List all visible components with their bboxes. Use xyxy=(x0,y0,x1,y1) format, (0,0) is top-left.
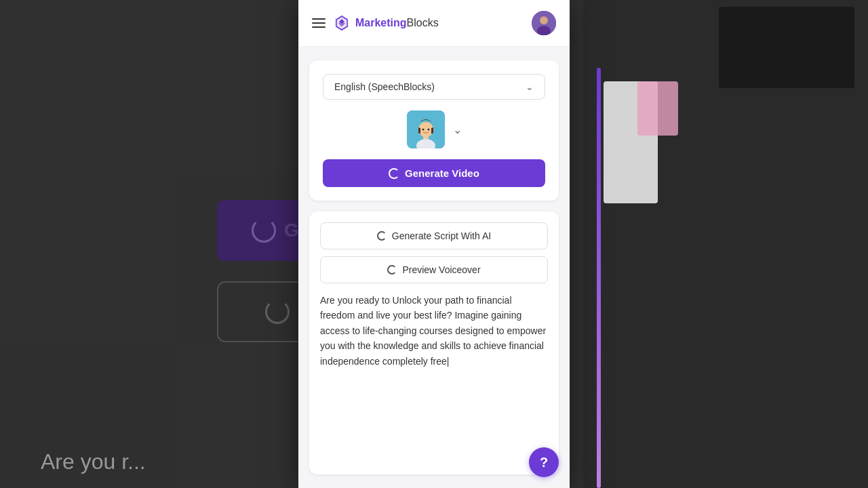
center-panel: MarketingBlocks English (SpeechBlocks) xyxy=(298,0,570,488)
language-select[interactable]: English (SpeechBlocks) ⌄ xyxy=(323,74,545,100)
header-left: MarketingBlocks xyxy=(312,14,439,33)
hamburger-icon[interactable] xyxy=(312,18,326,28)
bg-right xyxy=(583,0,868,488)
header: MarketingBlocks xyxy=(298,0,570,47)
avatar-img xyxy=(407,110,445,148)
language-select-text: English (SpeechBlocks) xyxy=(334,81,435,92)
svg-point-9 xyxy=(427,129,429,131)
logo-text: MarketingBlocks xyxy=(355,17,439,29)
script-text: Are you ready to Unlock your path to fin… xyxy=(320,290,548,371)
bg-right-pink xyxy=(637,81,678,136)
avatar-selector[interactable]: ⌄ xyxy=(407,110,462,148)
svg-point-7 xyxy=(418,122,433,137)
bottom-card: Generate Script With AI Preview Voiceove… xyxy=(309,211,559,474)
logo-icon xyxy=(332,14,351,33)
chevron-down-icon: ⌄ xyxy=(526,81,534,92)
logo-area: MarketingBlocks xyxy=(332,14,439,33)
avatar[interactable] xyxy=(532,11,556,35)
refresh-icon-dark-1 xyxy=(377,231,387,241)
preview-voiceover-button[interactable]: Preview Voiceover xyxy=(320,256,548,283)
top-card: English (SpeechBlocks) ⌄ xyxy=(309,60,559,201)
avatar-chevron-icon: ⌄ xyxy=(453,123,462,136)
bg-right-accent xyxy=(597,68,601,488)
svg-point-8 xyxy=(422,129,424,131)
content: English (SpeechBlocks) ⌄ xyxy=(298,47,570,488)
bg-icon-1 xyxy=(252,218,276,243)
generate-video-button[interactable]: Generate Video xyxy=(323,159,545,187)
avatar-inner xyxy=(532,11,556,35)
bg-bottom-text: Are you r... xyxy=(41,449,146,474)
svg-point-3 xyxy=(540,17,547,24)
refresh-icon-white xyxy=(389,168,399,179)
generate-script-button[interactable]: Generate Script With AI xyxy=(320,222,548,249)
bg-icon-2 xyxy=(265,300,290,324)
refresh-icon-dark-2 xyxy=(387,265,397,274)
bg-right-top xyxy=(719,7,854,88)
help-fab[interactable]: ? xyxy=(529,447,559,477)
